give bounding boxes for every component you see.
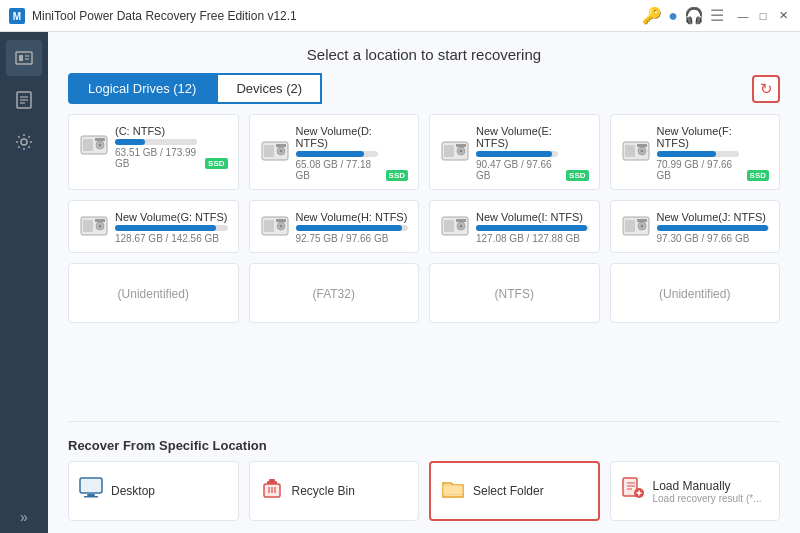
drive-label: New Volume(F: NTFS) — [657, 125, 739, 149]
drive-card-inner: New Volume(J: NTFS) 97.30 GB / 97.66 GB — [621, 211, 770, 244]
svg-point-39 — [279, 224, 282, 227]
expand-button[interactable]: » — [20, 509, 28, 525]
drive-card[interactable]: (FAT32) — [249, 263, 420, 323]
drive-info: New Volume(J: NTFS) 97.30 GB / 97.66 GB — [657, 211, 770, 244]
drive-card[interactable]: New Volume(G: NTFS) 128.67 GB / 142.56 G… — [68, 200, 239, 253]
drive-card[interactable]: (NTFS) — [429, 263, 600, 323]
drive-card-inner: New Volume(E: NTFS) 90.47 GB / 97.66 GB … — [440, 125, 589, 181]
svg-text:M: M — [13, 11, 21, 22]
svg-rect-40 — [276, 219, 286, 222]
drive-bar-bg — [115, 225, 228, 231]
drive-label: New Volume(E: NTFS) — [476, 125, 558, 149]
drive-info: New Volume(G: NTFS) 128.67 GB / 142.56 G… — [115, 211, 228, 244]
recycle-icon — [260, 476, 284, 506]
drive-label: New Volume(I: NTFS) — [476, 211, 589, 223]
drive-card[interactable]: New Volume(I: NTFS) 127.08 GB / 127.88 G… — [429, 200, 600, 253]
drives-section: (C: NTFS) 63.51 GB / 173.99 GB SSD — [48, 114, 800, 417]
drive-card[interactable]: New Volume(F: NTFS) 70.99 GB / 97.66 GB … — [610, 114, 781, 190]
drive-bar-bg — [296, 225, 409, 231]
menu-icon[interactable]: ☰ — [710, 6, 724, 25]
specific-grid: Desktop Recycle Bin Select Folder Load M… — [68, 461, 780, 521]
svg-rect-37 — [264, 220, 274, 232]
specific-card-sublabel: Load recovery result (*... — [653, 493, 762, 504]
svg-rect-17 — [264, 145, 274, 157]
svg-rect-25 — [456, 144, 466, 147]
drive-label: (NTFS) — [495, 287, 534, 301]
drive-bar-bg — [476, 151, 558, 157]
drive-card[interactable]: New Volume(J: NTFS) 97.30 GB / 97.66 GB — [610, 200, 781, 253]
drive-label: (FAT32) — [313, 287, 355, 301]
specific-card-recycle[interactable]: Recycle Bin — [249, 461, 420, 521]
drive-card-inner: New Volume(F: NTFS) 70.99 GB / 97.66 GB … — [621, 125, 770, 181]
tab-bar: Logical Drives (12) Devices (2) ↻ — [48, 73, 800, 104]
svg-point-29 — [640, 150, 643, 153]
drive-card[interactable]: (Unidentified) — [68, 263, 239, 323]
section-divider — [68, 421, 780, 422]
tab-devices[interactable]: Devices (2) — [216, 73, 322, 104]
drive-bar-fill — [296, 151, 365, 157]
drive-bar-bg — [296, 151, 378, 157]
specific-card-label: Select Folder — [473, 484, 544, 498]
drive-card-inner: New Volume(G: NTFS) 128.67 GB / 142.56 G… — [79, 211, 228, 244]
svg-rect-32 — [83, 220, 93, 232]
app-title: MiniTool Power Data Recovery Free Editio… — [32, 9, 642, 23]
drive-size: 63.51 GB / 173.99 GB — [115, 147, 197, 169]
drive-icon — [79, 132, 109, 162]
content-area: Select a location to start recovering Lo… — [48, 32, 800, 533]
drives-grid: (C: NTFS) 63.51 GB / 173.99 GB SSD — [68, 114, 780, 323]
title-bar: M MiniTool Power Data Recovery Free Edit… — [0, 0, 800, 32]
svg-rect-53 — [84, 496, 98, 498]
drive-card[interactable]: New Volume(H: NTFS) 92.75 GB / 97.66 GB — [249, 200, 420, 253]
close-button[interactable]: ✕ — [774, 7, 792, 25]
drive-label: New Volume(J: NTFS) — [657, 211, 770, 223]
drive-info: New Volume(H: NTFS) 92.75 GB / 97.66 GB — [296, 211, 409, 244]
key-icon[interactable]: 🔑 — [642, 6, 662, 25]
circle-icon[interactable]: ● — [668, 7, 678, 25]
drive-size: 65.08 GB / 77.18 GB — [296, 159, 378, 181]
toolbar-icons: 🔑 ● 🎧 ☰ — [642, 6, 724, 25]
specific-card-label: Load Manually — [653, 479, 762, 493]
drive-bar-bg — [657, 151, 739, 157]
drive-label: New Volume(G: NTFS) — [115, 211, 228, 223]
drive-card-inner: New Volume(I: NTFS) 127.08 GB / 127.88 G… — [440, 211, 589, 244]
refresh-button[interactable]: ↻ — [752, 75, 780, 103]
sidebar: » — [0, 32, 48, 533]
drive-bar-fill — [296, 225, 403, 231]
specific-section-title: Recover From Specific Location — [68, 438, 780, 453]
svg-rect-52 — [87, 494, 95, 496]
drive-label: New Volume(H: NTFS) — [296, 211, 409, 223]
svg-point-34 — [99, 224, 102, 227]
drive-icon — [621, 213, 651, 243]
drive-label: New Volume(D: NTFS) — [296, 125, 378, 149]
drive-label: (Unidentified) — [118, 287, 189, 301]
sidebar-item-settings[interactable] — [6, 124, 42, 160]
drive-card[interactable]: (Unidentified) — [610, 263, 781, 323]
minimize-button[interactable]: — — [734, 7, 752, 25]
drive-card[interactable]: New Volume(E: NTFS) 90.47 GB / 97.66 GB … — [429, 114, 600, 190]
drive-bar-fill — [657, 151, 717, 157]
drive-info: New Volume(D: NTFS) 65.08 GB / 77.18 GB — [296, 125, 378, 181]
svg-rect-20 — [276, 144, 286, 147]
sidebar-item-recover[interactable] — [6, 40, 42, 76]
specific-card-load[interactable]: Load Manually Load recovery result (*... — [610, 461, 781, 521]
drive-card[interactable]: New Volume(D: NTFS) 65.08 GB / 77.18 GB … — [249, 114, 420, 190]
drive-card[interactable]: (C: NTFS) 63.51 GB / 173.99 GB SSD — [68, 114, 239, 190]
specific-card-folder[interactable]: Select Folder — [429, 461, 600, 521]
specific-card-text: Select Folder — [473, 484, 544, 498]
specific-card-desktop[interactable]: Desktop — [68, 461, 239, 521]
main-layout: » Select a location to start recovering … — [0, 32, 800, 533]
drive-icon — [79, 213, 109, 243]
specific-card-text: Recycle Bin — [292, 484, 355, 498]
tab-logical-drives[interactable]: Logical Drives (12) — [68, 73, 216, 104]
drive-icon — [440, 138, 470, 168]
drive-bar-fill — [115, 139, 145, 145]
drive-size: 128.67 GB / 142.56 GB — [115, 233, 228, 244]
drive-info: New Volume(E: NTFS) 90.47 GB / 97.66 GB — [476, 125, 558, 181]
headphone-icon[interactable]: 🎧 — [684, 6, 704, 25]
sidebar-item-saved[interactable] — [6, 82, 42, 118]
maximize-button[interactable]: □ — [754, 7, 772, 25]
ssd-badge: SSD — [566, 170, 588, 181]
drive-size: 127.08 GB / 127.88 GB — [476, 233, 589, 244]
drive-card-inner: New Volume(D: NTFS) 65.08 GB / 77.18 GB … — [260, 125, 409, 181]
svg-point-19 — [279, 150, 282, 153]
